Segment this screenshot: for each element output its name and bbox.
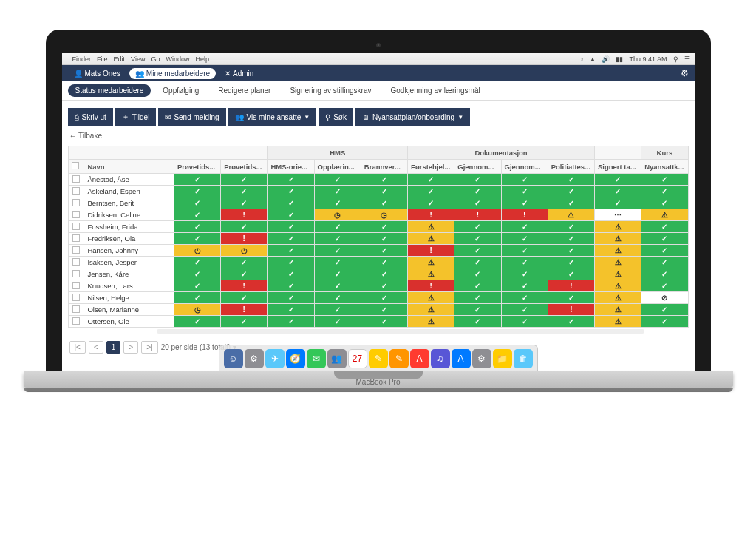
status-cell[interactable]: ✓ xyxy=(454,280,501,292)
subnav-godkjenning-av-l-ringsm-l[interactable]: Godkjenning av læringsmål xyxy=(384,84,488,97)
status-cell[interactable]: ⚠ xyxy=(594,280,641,292)
status-cell[interactable]: ✓ xyxy=(268,197,314,209)
status-cell[interactable]: ⚠ xyxy=(594,316,641,328)
status-cell[interactable]: ✓ xyxy=(268,257,314,268)
dock-app-icon[interactable]: ☺ xyxy=(224,349,243,368)
status-cell[interactable]: ✓ xyxy=(501,221,548,233)
column-header[interactable]: Førstehjel... xyxy=(408,160,454,174)
dock-app-icon[interactable]: ✉ xyxy=(307,349,326,368)
status-cell[interactable]: ⚠ xyxy=(594,257,641,268)
status-cell[interactable]: ✓ xyxy=(221,257,268,268)
bluetooth-icon[interactable]: ᚼ xyxy=(580,55,584,63)
employee-name[interactable]: Olsen, Marianne xyxy=(84,304,174,316)
status-cell[interactable]: ✓ xyxy=(361,174,407,186)
status-cell[interactable]: ◷ xyxy=(174,245,220,257)
dock-app-icon[interactable]: ⚙ xyxy=(245,349,264,368)
status-cell[interactable]: ✓ xyxy=(174,174,220,186)
status-cell[interactable]: ✓ xyxy=(408,197,454,209)
onboarding-button[interactable]: 🗎Nyansattplan/onboarding▼ xyxy=(355,108,470,126)
employee-name[interactable]: Isaksen, Jesper xyxy=(84,257,174,268)
status-cell[interactable]: ✓ xyxy=(501,233,548,245)
column-header[interactable]: Prøvetids... xyxy=(174,160,220,174)
status-cell[interactable]: ◷ xyxy=(314,209,361,221)
status-cell[interactable]: ✓ xyxy=(314,257,361,268)
dock-app-icon[interactable]: 👥 xyxy=(327,349,347,368)
dock-app-icon[interactable]: ✎ xyxy=(369,349,388,368)
status-cell[interactable]: ✓ xyxy=(548,221,594,233)
status-cell[interactable]: ✓ xyxy=(314,186,361,197)
menu-file[interactable]: File xyxy=(97,55,108,63)
row-checkbox[interactable] xyxy=(72,223,80,230)
status-cell[interactable]: ✓ xyxy=(221,174,268,186)
status-cell[interactable]: ✓ xyxy=(361,221,407,233)
status-cell[interactable]: ✓ xyxy=(454,233,501,245)
status-cell[interactable]: ✓ xyxy=(268,304,314,316)
column-header[interactable]: Opplærin... xyxy=(314,160,361,174)
status-cell[interactable]: ✓ xyxy=(361,186,407,197)
employee-name[interactable]: Ottersen, Ole xyxy=(84,316,174,328)
menu-view[interactable]: View xyxy=(131,55,145,63)
column-header[interactable]: Navn xyxy=(84,160,174,174)
menu-finder[interactable]: Finder xyxy=(72,55,92,63)
status-cell[interactable]: ✓ xyxy=(314,292,361,304)
status-cell[interactable]: ✓ xyxy=(314,197,361,209)
status-cell[interactable]: ! xyxy=(408,245,454,257)
row-checkbox[interactable] xyxy=(72,211,80,218)
status-cell[interactable]: ✓ xyxy=(454,186,501,197)
dock-app-icon[interactable]: 📁 xyxy=(493,349,512,368)
back-link[interactable]: ← Tilbake xyxy=(62,130,695,146)
status-cell[interactable]: ✓ xyxy=(641,197,688,209)
status-cell[interactable]: ✓ xyxy=(314,221,361,233)
dock-app-icon[interactable]: 🗑 xyxy=(514,349,533,368)
row-checkbox[interactable] xyxy=(72,294,80,301)
status-cell[interactable]: ✓ xyxy=(174,233,220,245)
page-next[interactable]: > xyxy=(123,341,138,354)
select-all-checkbox[interactable] xyxy=(72,162,79,169)
row-checkbox[interactable] xyxy=(72,234,80,242)
status-cell[interactable]: ✓ xyxy=(501,268,548,280)
status-cell[interactable]: ✓ xyxy=(174,316,220,328)
status-cell[interactable]: ✓ xyxy=(268,268,314,280)
status-cell[interactable]: ✓ xyxy=(174,280,220,292)
column-header[interactable]: Brannver... xyxy=(361,160,407,174)
row-checkbox[interactable] xyxy=(72,317,80,325)
status-cell[interactable]: ✓ xyxy=(221,197,268,209)
column-header[interactable]: Gjennom... xyxy=(454,160,501,174)
status-cell[interactable]: ✓ xyxy=(454,304,501,316)
status-cell[interactable]: ⋯ xyxy=(594,209,641,221)
status-cell[interactable]: ⚠ xyxy=(594,245,641,257)
status-cell[interactable]: ✓ xyxy=(268,233,314,245)
status-cell[interactable]: ✓ xyxy=(641,233,688,245)
dock-app-icon[interactable]: ⚙ xyxy=(472,349,491,368)
employee-name[interactable]: Askeland, Espen xyxy=(84,186,174,197)
status-cell[interactable]: ✓ xyxy=(501,257,548,268)
employee-name[interactable]: Berntsen, Berit xyxy=(84,197,174,209)
page-current[interactable]: 1 xyxy=(106,341,121,354)
battery-icon[interactable]: ▮▮ xyxy=(616,55,623,63)
employee-name[interactable]: Ånestad, Åse xyxy=(84,174,174,186)
dock-app-icon[interactable]: 🧭 xyxy=(286,349,305,368)
status-cell[interactable]: ✓ xyxy=(268,292,314,304)
topnav-admin[interactable]: ✕Admin xyxy=(219,68,259,79)
status-cell[interactable]: ✓ xyxy=(268,221,314,233)
status-cell[interactable]: ⚠ xyxy=(594,292,641,304)
status-cell[interactable]: ⚠ xyxy=(408,316,454,328)
status-cell[interactable]: ✓ xyxy=(174,197,220,209)
status-cell[interactable]: ✓ xyxy=(314,268,361,280)
status-cell[interactable]: ✓ xyxy=(641,316,688,328)
status-cell[interactable]: ✓ xyxy=(594,174,641,186)
status-cell[interactable]: ⚠ xyxy=(408,233,454,245)
status-cell[interactable]: ✓ xyxy=(454,174,501,186)
status-cell[interactable]: ✓ xyxy=(641,257,688,268)
status-cell[interactable]: ✓ xyxy=(361,292,407,304)
clock[interactable]: Thu 9:41 AM xyxy=(629,55,667,63)
status-cell[interactable]: ⚠ xyxy=(594,304,641,316)
status-cell[interactable]: ⚠ xyxy=(594,233,641,245)
status-cell[interactable]: ✓ xyxy=(641,268,688,280)
send-button[interactable]: ✉Send melding xyxy=(158,108,225,126)
status-cell[interactable]: ✓ xyxy=(641,304,688,316)
status-cell[interactable]: ✓ xyxy=(221,268,268,280)
employee-name[interactable]: Knudsen, Lars xyxy=(84,280,174,292)
status-cell[interactable]: ✓ xyxy=(174,292,220,304)
status-cell[interactable]: ◷ xyxy=(361,209,407,221)
